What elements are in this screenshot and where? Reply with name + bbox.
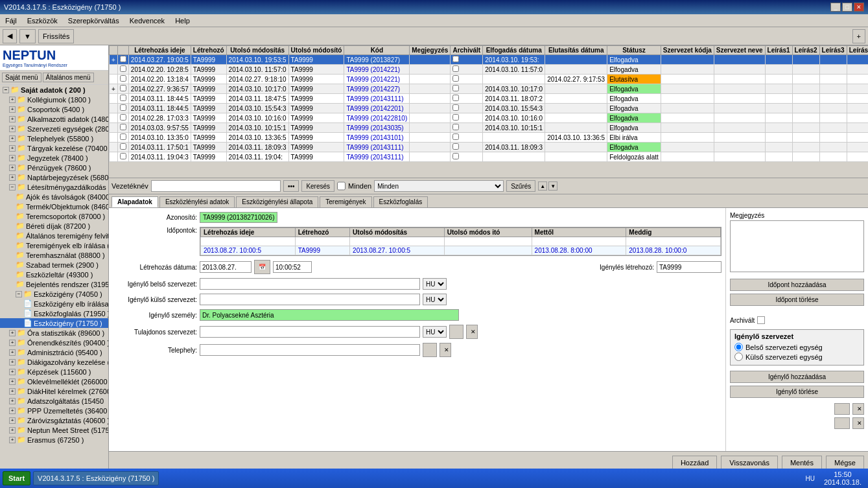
sidebar-item-jegyzetek[interactable]: + 📁 Jegyzetek (78400 )	[0, 153, 108, 163]
sidebar-item-diakigazolvany[interactable]: + 📁 Diákigazolvány kezelése (10400 )	[0, 357, 108, 367]
belso-radio[interactable]	[734, 343, 743, 351]
tab-eszkozenylesi[interactable]: Eszközlénylési adatok	[159, 196, 235, 207]
add-button[interactable]: +	[852, 29, 865, 43]
minimize-button[interactable]: _	[830, 3, 841, 12]
letrehozas-time-input[interactable]	[273, 261, 312, 273]
sidebar-item-orarend[interactable]: + 📁 Órenendkészítés (90400 )	[0, 338, 108, 347]
sidebar-item-ora-stat[interactable]: + 📁 Óra statisztikák (89600 )	[0, 328, 108, 338]
tulajdonos-btn1[interactable]	[449, 325, 463, 339]
col-arch-cell[interactable]	[451, 113, 483, 123]
nav-down-button[interactable]: ▼	[19, 29, 36, 43]
col-arch-cell[interactable]	[451, 84, 483, 94]
expand-icon[interactable]: +	[9, 398, 16, 404]
col-status[interactable]: Státusz	[607, 46, 661, 55]
calendar-btn[interactable]: 📅	[254, 260, 270, 274]
expand-icon[interactable]: +	[9, 126, 16, 132]
sidebar-item-naptar[interactable]: + 📁 Naptárbejegyzések (56800 )	[0, 172, 108, 182]
col-check-cell[interactable]	[117, 65, 128, 75]
filter-dropdown[interactable]: Minden	[374, 180, 504, 192]
megj-textarea[interactable]	[730, 220, 864, 272]
expand-icon[interactable]: −	[16, 291, 22, 297]
expand-icon[interactable]: +	[9, 369, 16, 375]
col-expand-cell[interactable]	[110, 94, 118, 104]
expand-icon[interactable]: +	[9, 340, 16, 346]
expand-icon[interactable]: +	[9, 165, 16, 171]
sidebar-item-bejelentes[interactable]: 📁 Bejelentés rendszer (31950 )	[0, 279, 108, 289]
menu-tools[interactable]: Eszközök	[25, 16, 60, 26]
col-arch[interactable]: Archivált	[451, 46, 483, 55]
col-arch-cell[interactable]	[451, 143, 483, 152]
igenylor-belso-lang[interactable]: HU	[423, 278, 447, 290]
expand-icon[interactable]: +	[9, 437, 16, 443]
expand-icon[interactable]: +	[9, 378, 16, 385]
menu-file[interactable]: Fájl	[3, 16, 19, 26]
expand-icon[interactable]: +	[9, 174, 16, 181]
minden-checkbox[interactable]	[337, 180, 346, 192]
expand-icon[interactable]: −	[9, 184, 16, 191]
telephely-input[interactable]	[200, 344, 420, 356]
tab-allapota[interactable]: Eszközigénylési állapota	[236, 196, 318, 207]
expand-icon[interactable]: +	[9, 135, 16, 142]
sidebar-item-diakhitel[interactable]: + 📁 DiákHitel kérelmek (276000 )	[0, 386, 108, 396]
sidebar-item-admin[interactable]: + 📁 Adminisztráció (95400 )	[0, 347, 108, 357]
igenylor-torlese-btn[interactable]: Igénylő törlése	[730, 386, 864, 398]
sidebar-item-bereti[interactable]: 📁 Béreti díjak (87200 )	[0, 221, 108, 231]
col-arch-cell[interactable]	[451, 75, 483, 84]
maximize-button[interactable]: □	[842, 3, 852, 12]
sidebar-item-erasmus[interactable]: + 📁 Erasmus (67250 )	[0, 435, 108, 445]
tulajdonos-input[interactable]	[200, 326, 420, 338]
main-data-grid[interactable]: Létrehozás ideje Létrehozó Utolsó módosí…	[109, 45, 868, 178]
sidebar-item-alkalmazotti[interactable]: + 📁 Alkalmazotti adatok (14800 )	[0, 114, 108, 124]
belso-radio-row[interactable]: Belső szervezeti egység	[734, 343, 860, 351]
sidebar-item-eszkozig[interactable]: − 📁 Eszközigény (74050 )	[0, 289, 108, 299]
visszavon-btn[interactable]: Visszavonás	[721, 456, 778, 470]
col-arch-cell[interactable]	[451, 94, 483, 104]
expand-icon[interactable]: +	[9, 349, 16, 356]
sidebar-item-eszkozleltar[interactable]: 📁 Eszközleltár (49300 )	[0, 270, 108, 279]
sidebar-item-eszkozig-elbirala[interactable]: 📄 Eszközigény elb írálása (7415	[0, 299, 108, 308]
tulajdonos-lang[interactable]: HU	[423, 326, 447, 338]
sidebar-item-eszkozfoglalas[interactable]: 📄 Eszközfoglalás (71950 )	[0, 308, 108, 318]
search-btn[interactable]: Keresés	[301, 180, 334, 192]
sajat-menu-btn[interactable]: Saját menü	[2, 73, 41, 82]
col-l1[interactable]: Leírás1	[765, 46, 792, 55]
sidebar-item-szervezeti[interactable]: + 📁 Szervezeti egységek (28000 )	[0, 124, 108, 134]
igenylor-szemely-input[interactable]	[200, 309, 459, 321]
nav-up[interactable]: ▲	[538, 181, 547, 191]
sidebar-item-penzugyek[interactable]: + 📁 Pénzügyek (78600 )	[0, 163, 108, 172]
hozzaad-btn[interactable]: Hozzáad	[672, 456, 717, 470]
col-check-cell[interactable]	[117, 75, 128, 84]
col-szerv-nev[interactable]: Szervezet neve	[714, 46, 765, 55]
col-expand-cell[interactable]	[110, 75, 118, 84]
col-expand-cell[interactable]	[110, 133, 118, 143]
sidebar-item-ppp[interactable]: + 📁 PPP Üzemeltetés (36400 )	[0, 406, 108, 415]
col-letrehozas[interactable]: Létrehozás ideje	[128, 46, 191, 55]
igenylor-hozzaad-btn[interactable]: Igénylő hozzáadása	[730, 371, 864, 383]
col-arch-cell[interactable]	[451, 133, 483, 143]
expand-icon[interactable]: −	[3, 87, 9, 93]
col-check-cell[interactable]	[117, 113, 128, 123]
expand-icon[interactable]: +	[9, 417, 16, 424]
col-expand-cell[interactable]	[110, 65, 118, 75]
idopont-hozzaad-btn[interactable]: Időpont hozzáadása	[730, 279, 864, 291]
taskbar-app-item[interactable]: V2014.3.17.5 : Eszközigény (71750 )	[33, 471, 159, 485]
refresh-button[interactable]: Frissítés	[38, 29, 75, 43]
tulajdonos-btn2[interactable]: ✕	[466, 325, 478, 339]
expand-icon[interactable]: +	[9, 330, 16, 336]
col-check-cell[interactable]	[117, 55, 128, 65]
col-expand-cell[interactable]: +	[110, 55, 118, 65]
idopont-torlese-btn[interactable]: Időpont törlése	[730, 294, 864, 306]
col-check-cell[interactable]	[117, 143, 128, 152]
col-check-cell[interactable]	[117, 133, 128, 143]
sidebar-item-zarovizsga[interactable]: + 📁 Záróvizsgáztatás (40600 )	[0, 415, 108, 425]
sidebar-item-altalanos-terem[interactable]: 📁 Általános teremigény felvitele (87-	[0, 231, 108, 240]
telephely-btn2[interactable]: ✕	[440, 343, 451, 357]
col-expand-cell[interactable]: +	[110, 84, 118, 94]
tulajdonos-x-btn[interactable]: ✕	[852, 403, 864, 415]
letrehozas-date-input[interactable]	[200, 261, 252, 273]
expand-icon[interactable]: +	[9, 388, 16, 395]
sidebar-item-targyak[interactable]: + 📁 Tárgyak kezelése (70400 )	[0, 143, 108, 153]
col-elut-dat[interactable]: Elutasítás dátuma	[545, 46, 607, 55]
sidebar-item-termek[interactable]: 📁 Termék/Objektumok (84600 )	[0, 202, 108, 211]
col-expand-cell[interactable]	[110, 104, 118, 113]
